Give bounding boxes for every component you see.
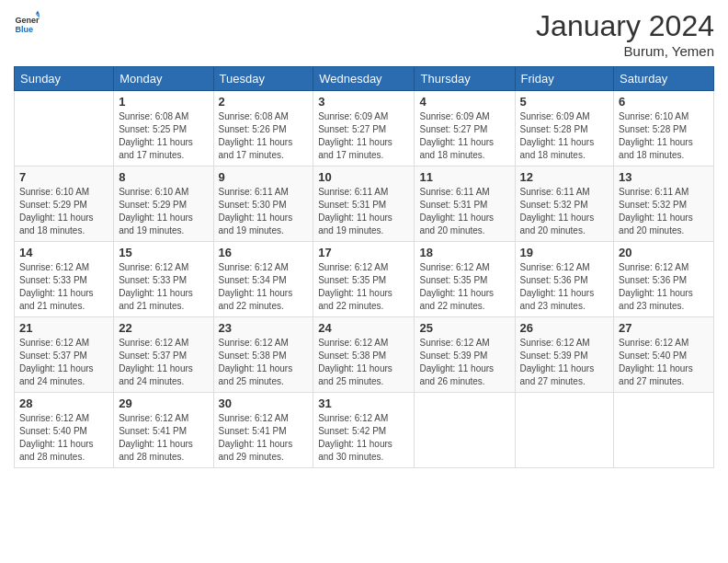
day-number: 27 [619, 321, 709, 335]
day-number: 14 [19, 246, 108, 259]
day-info: Sunrise: 6:10 AM Sunset: 5:29 PM Dayligh… [119, 186, 208, 237]
calendar-cell: 20Sunrise: 6:12 AM Sunset: 5:36 PM Dayli… [614, 242, 714, 317]
calendar-cell: 11Sunrise: 6:11 AM Sunset: 5:31 PM Dayli… [415, 167, 515, 242]
day-info: Sunrise: 6:10 AM Sunset: 5:29 PM Dayligh… [19, 186, 108, 237]
calendar-cell: 6Sunrise: 6:10 AM Sunset: 5:28 PM Daylig… [614, 91, 714, 167]
day-number: 28 [19, 396, 108, 410]
calendar-cell: 27Sunrise: 6:12 AM Sunset: 5:40 PM Dayli… [614, 317, 714, 393]
day-info: Sunrise: 6:12 AM Sunset: 5:38 PM Dayligh… [318, 337, 409, 388]
day-number: 24 [318, 321, 409, 335]
calendar-cell: 14Sunrise: 6:12 AM Sunset: 5:33 PM Dayli… [15, 242, 114, 317]
weekday-header-sunday: Sunday [15, 67, 114, 91]
day-number: 1 [119, 95, 208, 109]
day-info: Sunrise: 6:11 AM Sunset: 5:32 PM Dayligh… [520, 186, 609, 237]
svg-marker-2 [36, 10, 40, 14]
calendar-cell: 21Sunrise: 6:12 AM Sunset: 5:37 PM Dayli… [15, 317, 114, 393]
calendar-cell: 13Sunrise: 6:11 AM Sunset: 5:32 PM Dayli… [614, 167, 714, 242]
day-info: Sunrise: 6:08 AM Sunset: 5:25 PM Dayligh… [119, 110, 208, 162]
calendar-cell: 29Sunrise: 6:12 AM Sunset: 5:41 PM Dayli… [114, 393, 213, 468]
calendar-cell: 5Sunrise: 6:09 AM Sunset: 5:28 PM Daylig… [515, 91, 614, 167]
day-number: 16 [219, 246, 309, 259]
day-number: 17 [318, 246, 409, 259]
day-number: 23 [219, 321, 309, 335]
day-info: Sunrise: 6:11 AM Sunset: 5:32 PM Dayligh… [619, 186, 709, 237]
location-title: Burum, Yemen [536, 43, 714, 59]
calendar-cell: 31Sunrise: 6:12 AM Sunset: 5:42 PM Dayli… [313, 393, 415, 468]
day-info: Sunrise: 6:12 AM Sunset: 5:41 PM Dayligh… [219, 412, 309, 464]
svg-text:Blue: Blue [15, 25, 33, 34]
day-info: Sunrise: 6:12 AM Sunset: 5:33 PM Dayligh… [119, 261, 208, 313]
calendar-cell [15, 91, 114, 167]
day-number: 29 [119, 396, 208, 410]
day-number: 15 [119, 246, 208, 259]
day-info: Sunrise: 6:12 AM Sunset: 5:33 PM Dayligh… [19, 261, 108, 313]
day-info: Sunrise: 6:12 AM Sunset: 5:39 PM Dayligh… [520, 337, 609, 388]
day-number: 4 [419, 95, 509, 109]
day-number: 9 [219, 170, 309, 184]
day-number: 8 [119, 170, 208, 184]
calendar-cell: 23Sunrise: 6:12 AM Sunset: 5:38 PM Dayli… [213, 317, 313, 393]
weekday-header-thursday: Thursday [415, 67, 515, 91]
calendar-cell: 30Sunrise: 6:12 AM Sunset: 5:41 PM Dayli… [213, 393, 313, 468]
day-info: Sunrise: 6:12 AM Sunset: 5:39 PM Dayligh… [419, 337, 509, 388]
calendar-cell: 3Sunrise: 6:09 AM Sunset: 5:27 PM Daylig… [313, 91, 415, 167]
calendar-cell: 24Sunrise: 6:12 AM Sunset: 5:38 PM Dayli… [313, 317, 415, 393]
page: General Blue January 2024 Burum, Yemen S… [0, 0, 728, 563]
day-number: 25 [419, 321, 509, 335]
day-info: Sunrise: 6:08 AM Sunset: 5:26 PM Dayligh… [219, 110, 309, 162]
day-info: Sunrise: 6:12 AM Sunset: 5:36 PM Dayligh… [520, 261, 609, 313]
calendar-cell [515, 393, 614, 468]
day-number: 5 [520, 95, 609, 109]
calendar-cell: 16Sunrise: 6:12 AM Sunset: 5:34 PM Dayli… [213, 242, 313, 317]
title-section: January 2024 Burum, Yemen [536, 9, 714, 59]
logo-icon: General Blue [14, 9, 40, 35]
calendar-cell: 4Sunrise: 6:09 AM Sunset: 5:27 PM Daylig… [415, 91, 515, 167]
calendar-cell: 25Sunrise: 6:12 AM Sunset: 5:39 PM Dayli… [415, 317, 515, 393]
weekday-header-tuesday: Tuesday [213, 67, 313, 91]
calendar-cell: 8Sunrise: 6:10 AM Sunset: 5:29 PM Daylig… [114, 167, 213, 242]
week-row-2: 14Sunrise: 6:12 AM Sunset: 5:33 PM Dayli… [15, 242, 714, 317]
day-number: 30 [219, 396, 309, 410]
week-row-1: 7Sunrise: 6:10 AM Sunset: 5:29 PM Daylig… [15, 167, 714, 242]
calendar-cell: 2Sunrise: 6:08 AM Sunset: 5:26 PM Daylig… [213, 91, 313, 167]
day-info: Sunrise: 6:11 AM Sunset: 5:30 PM Dayligh… [219, 186, 309, 237]
day-number: 13 [619, 170, 709, 184]
weekday-header-row: SundayMondayTuesdayWednesdayThursdayFrid… [15, 67, 714, 91]
day-number: 12 [520, 170, 609, 184]
day-info: Sunrise: 6:12 AM Sunset: 5:34 PM Dayligh… [219, 261, 309, 313]
calendar-cell: 26Sunrise: 6:12 AM Sunset: 5:39 PM Dayli… [515, 317, 614, 393]
day-info: Sunrise: 6:12 AM Sunset: 5:37 PM Dayligh… [119, 337, 208, 388]
calendar-cell: 17Sunrise: 6:12 AM Sunset: 5:35 PM Dayli… [313, 242, 415, 317]
weekday-header-wednesday: Wednesday [313, 67, 415, 91]
day-info: Sunrise: 6:11 AM Sunset: 5:31 PM Dayligh… [419, 186, 509, 237]
month-title: January 2024 [536, 9, 714, 43]
day-number: 10 [318, 170, 409, 184]
day-info: Sunrise: 6:12 AM Sunset: 5:35 PM Dayligh… [318, 261, 409, 313]
logo: General Blue [14, 9, 40, 35]
day-info: Sunrise: 6:12 AM Sunset: 5:35 PM Dayligh… [419, 261, 509, 313]
day-number: 22 [119, 321, 208, 335]
day-number: 3 [318, 95, 409, 109]
weekday-header-saturday: Saturday [614, 67, 714, 91]
day-info: Sunrise: 6:10 AM Sunset: 5:28 PM Dayligh… [619, 110, 709, 162]
calendar-cell: 1Sunrise: 6:08 AM Sunset: 5:25 PM Daylig… [114, 91, 213, 167]
calendar-cell: 15Sunrise: 6:12 AM Sunset: 5:33 PM Dayli… [114, 242, 213, 317]
weekday-header-monday: Monday [114, 67, 213, 91]
day-number: 31 [318, 396, 409, 410]
day-info: Sunrise: 6:12 AM Sunset: 5:38 PM Dayligh… [219, 337, 309, 388]
calendar-cell: 22Sunrise: 6:12 AM Sunset: 5:37 PM Dayli… [114, 317, 213, 393]
day-number: 18 [419, 246, 509, 259]
day-info: Sunrise: 6:12 AM Sunset: 5:37 PM Dayligh… [19, 337, 108, 388]
day-number: 2 [219, 95, 309, 109]
calendar-cell: 18Sunrise: 6:12 AM Sunset: 5:35 PM Dayli… [415, 242, 515, 317]
day-number: 19 [520, 246, 609, 259]
calendar-cell: 12Sunrise: 6:11 AM Sunset: 5:32 PM Dayli… [515, 167, 614, 242]
calendar-cell: 10Sunrise: 6:11 AM Sunset: 5:31 PM Dayli… [313, 167, 415, 242]
calendar-cell: 9Sunrise: 6:11 AM Sunset: 5:30 PM Daylig… [213, 167, 313, 242]
day-info: Sunrise: 6:09 AM Sunset: 5:27 PM Dayligh… [318, 110, 409, 162]
week-row-3: 21Sunrise: 6:12 AM Sunset: 5:37 PM Dayli… [15, 317, 714, 393]
day-info: Sunrise: 6:09 AM Sunset: 5:28 PM Dayligh… [520, 110, 609, 162]
weekday-header-friday: Friday [515, 67, 614, 91]
calendar-cell: 19Sunrise: 6:12 AM Sunset: 5:36 PM Dayli… [515, 242, 614, 317]
day-info: Sunrise: 6:12 AM Sunset: 5:36 PM Dayligh… [619, 261, 709, 313]
